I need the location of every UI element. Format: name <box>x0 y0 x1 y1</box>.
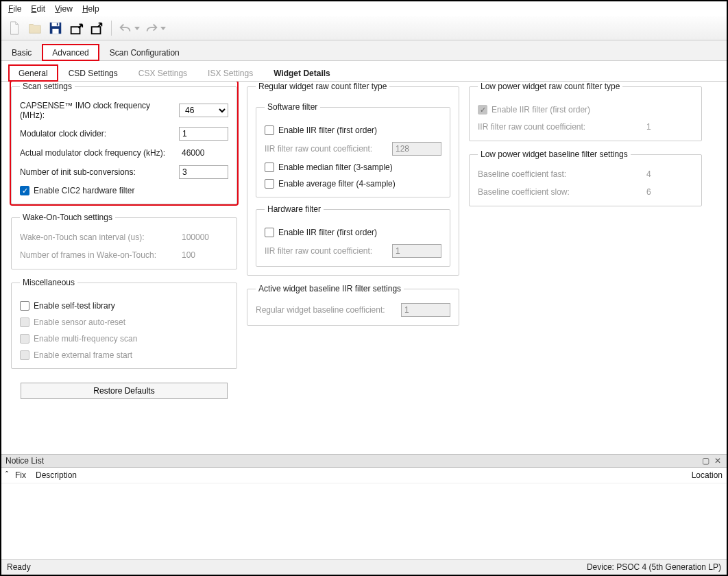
sw-iir-label: Enable IIR filter (first order) <box>278 125 377 135</box>
hw-iir-coeff-label: IIR filter raw count coefficient: <box>265 246 387 256</box>
enable-cic2-checkbox[interactable] <box>20 186 29 195</box>
software-filter-group: Software filter Enable IIR filter (first… <box>256 102 450 197</box>
notice-col-fix[interactable]: Fix <box>15 470 36 480</box>
subtab-isx-settings: ISX Settings <box>197 64 263 82</box>
scan-settings-group: Scan settings CAPSENSE™ IMO clock freque… <box>11 82 237 204</box>
svg-rect-5 <box>92 27 101 34</box>
enable-ext-frame-label: Enable external frame start <box>34 350 132 360</box>
enable-cic2-label: Enable CIC2 hardware filter <box>34 186 134 195</box>
advanced-subtabs: General CSD Settings CSX Settings ISX Se… <box>1 61 727 82</box>
tab-advanced[interactable]: Advanced <box>42 44 99 61</box>
subtab-csx-settings: CSX Settings <box>128 64 197 82</box>
scan-settings-legend: Scan settings <box>20 82 75 91</box>
general-page: Scan settings CAPSENSE™ IMO clock freque… <box>1 82 727 454</box>
average-filter-checkbox[interactable] <box>265 179 274 189</box>
export-button[interactable] <box>88 19 106 37</box>
lp-iir-checkbox <box>478 105 487 115</box>
import-button[interactable] <box>67 19 85 37</box>
reg-baseline-coeff-input <box>401 303 450 317</box>
median-filter-label: Enable median filter (3-sample) <box>278 163 393 172</box>
hardware-filter-group: Hardware filter Enable IIR filter (first… <box>256 204 450 267</box>
lowpower-baseline-group: Low power widget baseline filter setting… <box>469 149 702 206</box>
lp-base-slow-value: 6 <box>644 187 693 197</box>
regular-raw-filter-legend: Regular widget raw count filter type <box>256 82 389 91</box>
lp-iir-coeff-value: 1 <box>644 121 693 132</box>
mod-divider-input[interactable] <box>179 127 228 141</box>
status-device: Device: PSOC 4 (5th Generation LP) <box>587 562 721 572</box>
init-subconv-input[interactable] <box>179 165 228 179</box>
hardware-filter-legend: Hardware filter <box>265 204 324 214</box>
enable-multi-freq-label: Enable multi-frequency scan <box>34 334 137 344</box>
lowpower-raw-filter-group: Low power widget raw count filter type E… <box>469 82 702 141</box>
svg-rect-2 <box>52 29 58 34</box>
subtab-csd-settings[interactable]: CSD Settings <box>58 64 128 82</box>
wake-on-touch-group: Wake-On-Touch settings Wake-on-Touch sca… <box>11 213 237 269</box>
regular-raw-filter-group: Regular widget raw count filter type Sof… <box>247 82 459 276</box>
notice-columns: ˆ Fix Description Location <box>1 468 727 483</box>
software-filter-legend: Software filter <box>265 102 320 112</box>
redo-button[interactable] <box>143 19 167 37</box>
lowpower-baseline-legend: Low power widget baseline filter setting… <box>478 149 631 159</box>
lp-base-fast-label: Baseline coefficient fast: <box>478 169 638 179</box>
init-subconv-label: Number of init sub-conversions: <box>20 167 173 177</box>
wot-frames-value: 100 <box>179 250 228 261</box>
notice-close-icon[interactable]: ✕ <box>714 457 723 465</box>
menu-file[interactable]: File <box>4 3 25 15</box>
notice-popout-icon[interactable]: ▢ <box>702 457 710 465</box>
toolbar <box>1 16 727 40</box>
menu-help[interactable]: Help <box>78 3 104 15</box>
restore-defaults-button[interactable]: Restore Defaults <box>21 383 228 399</box>
open-file-button[interactable] <box>26 19 44 37</box>
actual-mod-freq-label: Actual modulator clock frequency (kHz): <box>20 148 173 158</box>
enable-multi-freq-checkbox <box>20 334 29 344</box>
tab-scan-configuration[interactable]: Scan Configuration <box>99 44 190 61</box>
subtab-general[interactable]: General <box>8 64 58 82</box>
main-tabs: Basic Advanced Scan Configuration <box>1 40 727 61</box>
notice-list-header: Notice List ▢ ✕ <box>1 454 727 468</box>
reg-baseline-coeff-label: Regular widget baseline coefficient: <box>256 305 396 315</box>
actual-mod-freq-value: 46000 <box>179 147 228 158</box>
active-baseline-group: Active widget baseline IIR filter settin… <box>247 284 459 326</box>
lp-iir-coeff-label: IIR filter raw count coefficient: <box>478 122 638 132</box>
wake-on-touch-legend: Wake-On-Touch settings <box>20 213 115 222</box>
wot-interval-value: 100000 <box>179 232 228 243</box>
notice-col-location[interactable]: Location <box>668 470 723 480</box>
hw-iir-coeff-input <box>392 244 441 258</box>
enable-self-test-checkbox[interactable] <box>20 301 29 311</box>
enable-auto-reset-checkbox <box>20 317 29 327</box>
hw-iir-checkbox[interactable] <box>265 228 274 237</box>
statusbar: Ready Device: PSOC 4 (5th Generation LP) <box>1 559 727 575</box>
imo-clock-select[interactable]: 46 <box>179 104 228 117</box>
enable-ext-frame-checkbox <box>20 350 29 360</box>
sw-iir-coeff-input <box>392 142 441 156</box>
sw-iir-coeff-label: IIR filter raw count coefficient: <box>265 144 387 154</box>
notice-col-description[interactable]: Description <box>36 470 668 480</box>
notice-col-caret[interactable]: ˆ <box>5 470 15 480</box>
save-button[interactable] <box>47 19 64 37</box>
undo-button[interactable] <box>117 19 141 37</box>
lp-base-slow-label: Baseline coefficient slow: <box>478 187 638 197</box>
sw-iir-checkbox[interactable] <box>265 125 274 135</box>
active-baseline-legend: Active widget baseline IIR filter settin… <box>256 284 404 293</box>
menu-edit[interactable]: Edit <box>27 3 49 15</box>
subtab-widget-details[interactable]: Widget Details <box>263 64 341 82</box>
lp-iir-label: Enable IIR filter (first order) <box>492 105 590 115</box>
hw-iir-label: Enable IIR filter (first order) <box>278 228 377 237</box>
mod-divider-label: Modulator clock divider: <box>20 129 173 139</box>
new-file-button[interactable] <box>5 19 23 37</box>
notice-list-body <box>1 483 727 559</box>
menu-view[interactable]: View <box>51 3 77 15</box>
wot-frames-label: Number of frames in Wake-on-Touch: <box>20 250 173 260</box>
svg-rect-1 <box>52 23 60 27</box>
svg-rect-3 <box>57 23 58 26</box>
enable-auto-reset-label: Enable sensor auto-reset <box>34 317 125 327</box>
tab-basic[interactable]: Basic <box>1 44 42 61</box>
menubar: File Edit View Help <box>1 1 727 16</box>
notice-list-title: Notice List <box>5 456 44 466</box>
imo-clock-label: CAPSENSE™ IMO clock frequency (MHz): <box>20 101 173 120</box>
status-ready: Ready <box>7 562 31 572</box>
lowpower-raw-filter-legend: Low power widget raw count filter type <box>478 82 622 91</box>
median-filter-checkbox[interactable] <box>265 163 274 172</box>
wot-interval-label: Wake-on-Touch scan interval (us): <box>20 232 173 242</box>
miscellaneous-group: Miscellaneous Enable self-test library E… <box>11 278 237 369</box>
